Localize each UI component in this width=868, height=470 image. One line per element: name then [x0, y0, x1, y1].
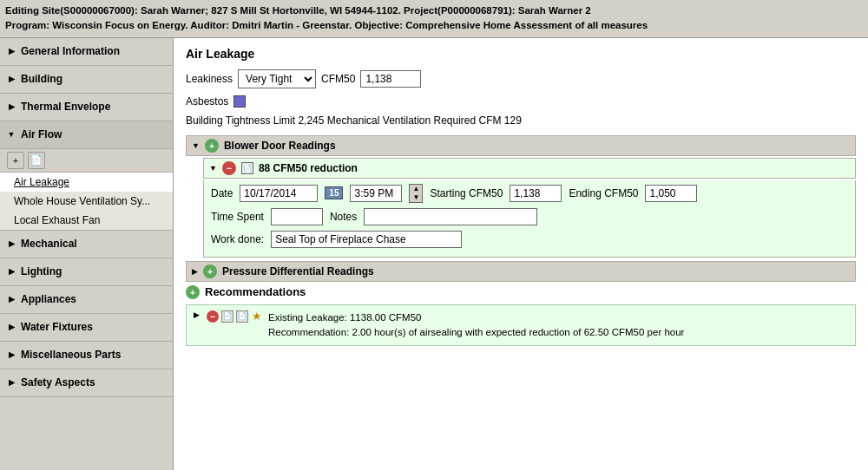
time-spin-up[interactable]: ▲	[410, 185, 422, 193]
cfm50-input[interactable]	[360, 70, 421, 88]
pressure-add-icon[interactable]: +	[203, 264, 217, 278]
add-sub-item-btn[interactable]: +	[7, 152, 24, 169]
sidebar-label-appliances: Appliances	[21, 293, 76, 305]
sidebar-item-thermal-envelope[interactable]: Thermal Envelope	[0, 94, 173, 121]
blower-door-section: ▼ + Blower Door Readings ▼ − 📄 88 CFM50 …	[186, 135, 856, 258]
sidebar-sub-items: Air Leakage Whole House Ventilation Sy..…	[0, 173, 173, 231]
plus-icon: +	[13, 155, 18, 166]
sidebar-sub-toolbar: + 📄	[0, 149, 173, 173]
calendar-button[interactable]: 15	[325, 186, 343, 199]
leakiness-select[interactable]: Very Tight Tight Medium Leaky Very Leaky	[238, 69, 316, 88]
time-input[interactable]	[350, 185, 402, 202]
sidebar-sub-item-local-exhaust[interactable]: Local Exhaust Fan	[0, 211, 173, 230]
sidebar-item-lighting[interactable]: Lighting	[0, 258, 173, 286]
main-content: Air Leakage Leakiness Very Tight Tight M…	[174, 38, 868, 470]
work-done-input[interactable]	[271, 231, 462, 248]
sidebar-item-general-information[interactable]: General Information	[0, 38, 173, 66]
sidebar-arrow-safety	[7, 378, 16, 387]
rec-header: + Recommendations	[186, 285, 856, 299]
sidebar-item-water-fixtures[interactable]: Water Fixtures	[0, 314, 173, 342]
rec-text-line2: Recommendation: 2.00 hour(s) of airseali…	[268, 325, 684, 340]
rec-item-arrow[interactable]: ▶	[194, 310, 200, 319]
rec-doc-icon2: 📄	[236, 310, 248, 323]
blower-door-header: ▼ + Blower Door Readings	[186, 135, 856, 156]
notes-label: Notes	[330, 211, 357, 223]
sidebar-sub-item-whole-house[interactable]: Whole House Ventilation Sy...	[0, 192, 173, 211]
sidebar-item-appliances[interactable]: Appliances	[0, 286, 173, 314]
sidebar-label-safety: Safety Aspects	[21, 376, 95, 388]
blower-door-title: Blower Door Readings	[224, 140, 336, 152]
starting-cfm50-input[interactable]	[510, 185, 562, 202]
rec-doc-icon1: 📄	[221, 310, 233, 323]
doc-icon: 📄	[30, 154, 43, 166]
date-label: Date	[211, 187, 233, 199]
doc-sub-item-btn[interactable]: 📄	[28, 152, 45, 169]
work-done-row: Work done:	[211, 231, 848, 248]
time-spin-down[interactable]: ▼	[410, 193, 422, 202]
ending-cfm50-input[interactable]	[645, 185, 697, 202]
cfm50-label: CFM50	[321, 73, 355, 85]
sidebar-label-lighting: Lighting	[21, 265, 62, 277]
date-input[interactable]	[240, 185, 318, 202]
sidebar-arrow-airflow	[7, 130, 16, 139]
recommendations-section: + Recommendations ▶ − 📄 📄 ★ Existing Lea…	[186, 285, 856, 347]
pressure-title: Pressure Differential Readings	[222, 265, 374, 277]
time-spent-input[interactable]	[271, 208, 323, 225]
page-title: Air Leakage	[186, 47, 856, 61]
blower-door-arrow[interactable]: ▼	[192, 141, 200, 150]
sidebar-arrow-appliances	[7, 295, 16, 304]
rec-text: Existing Leakage: 1138.00 CFM50 Recommen…	[268, 310, 684, 341]
asbestos-row: Asbestos	[186, 95, 856, 108]
sidebar-label-general: General Information	[21, 45, 120, 57]
blower-door-add-icon[interactable]: +	[205, 139, 219, 153]
sidebar-label-mechanical: Mechanical	[21, 238, 77, 250]
header-line2: Program: Wisconsin Focus on Energy. Audi…	[5, 18, 863, 33]
sidebar-item-building[interactable]: Building	[0, 66, 173, 94]
building-tightness-info: Building Tightness Limit 2,245 Mechanica…	[186, 114, 856, 127]
cfm50-reduction-doc-icon: 📄	[241, 162, 253, 174]
sidebar-arrow-thermal	[7, 102, 16, 111]
sidebar-label-thermal: Thermal Envelope	[21, 101, 110, 113]
sidebar-arrow-general	[7, 47, 16, 55]
date-row: Date 15 ▲ ▼ Starting CFM50 Ending CFM50	[211, 184, 848, 203]
header: Editing Site(S00000067000): Sarah Warner…	[0, 0, 868, 38]
time-spent-label: Time Spent	[211, 211, 264, 223]
leakiness-row: Leakiness Very Tight Tight Medium Leaky …	[186, 69, 856, 88]
notes-input[interactable]	[364, 208, 537, 225]
pressure-arrow[interactable]: ▶	[192, 267, 198, 276]
rec-star-icon: ★	[251, 310, 263, 323]
sidebar-arrow-lighting	[7, 267, 16, 276]
rec-item: ▶ − 📄 📄 ★ Existing Leakage: 1138.00 CFM5…	[186, 304, 856, 347]
sidebar-arrow-mechanical	[7, 239, 16, 248]
starting-cfm50-label: Starting CFM50	[430, 187, 503, 199]
sidebar-item-safety[interactable]: Safety Aspects	[0, 369, 173, 397]
sidebar-item-mechanical[interactable]: Mechanical	[0, 231, 173, 258]
sidebar-label-misc: Miscellaneous Parts	[21, 349, 121, 361]
rec-add-icon[interactable]: +	[186, 285, 200, 299]
rec-item-icons: − 📄 📄 ★	[207, 310, 263, 323]
asbestos-checkbox[interactable]	[233, 95, 246, 108]
leakiness-label: Leakiness	[186, 73, 233, 85]
sidebar-arrow-building	[7, 75, 16, 83]
work-done-label: Work done:	[211, 233, 264, 245]
sidebar-sub-item-air-leakage[interactable]: Air Leakage	[0, 173, 173, 192]
sidebar-label-water: Water Fixtures	[21, 321, 93, 333]
blower-door-detail: Date 15 ▲ ▼ Starting CFM50 Ending CFM50	[203, 180, 856, 258]
cfm50-reduction-arrow[interactable]: ▼	[209, 164, 217, 173]
sidebar-item-air-flow[interactable]: Air Flow	[0, 121, 173, 149]
sidebar-label-building: Building	[21, 73, 62, 85]
cfm50-reduction-minus-icon[interactable]: −	[222, 161, 236, 175]
header-line1: Editing Site(S00000067000): Sarah Warner…	[5, 3, 863, 18]
rec-minus-icon[interactable]: −	[207, 310, 219, 323]
sidebar: General Information Building Thermal Env…	[0, 38, 174, 470]
ending-cfm50-label: Ending CFM50	[569, 187, 638, 199]
sidebar-label-airflow: Air Flow	[21, 128, 62, 140]
cfm50-reduction-header: ▼ − 📄 88 CFM50 reduction	[203, 158, 856, 179]
rec-title: Recommendations	[205, 285, 306, 298]
notes-row: Time Spent Notes	[211, 208, 848, 225]
sidebar-item-miscellaneous[interactable]: Miscellaneous Parts	[0, 342, 173, 369]
time-spin[interactable]: ▲ ▼	[409, 184, 423, 203]
pressure-differential-row: ▶ + Pressure Differential Readings	[186, 261, 856, 282]
cfm50-reduction-title: 88 CFM50 reduction	[259, 162, 358, 174]
asbestos-label: Asbestos	[186, 95, 228, 108]
